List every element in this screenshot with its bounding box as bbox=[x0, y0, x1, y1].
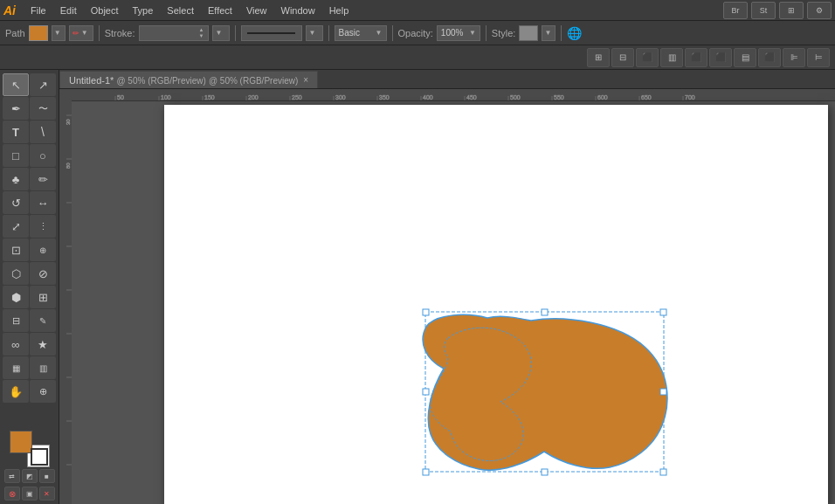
tool-row-14: ✋ ⊕ bbox=[3, 380, 56, 403]
distribute-h-btn[interactable]: ⊫ bbox=[783, 48, 805, 67]
pattern-btn[interactable]: ✕ bbox=[39, 487, 55, 501]
column-graph-tool[interactable]: ▥ bbox=[30, 356, 56, 379]
style-dropdown[interactable]: ▼ bbox=[542, 25, 556, 41]
stock-icon-btn[interactable]: St bbox=[751, 2, 776, 19]
arrange-btn2[interactable]: ⊟ bbox=[611, 48, 634, 67]
rotate-tool[interactable]: ↺ bbox=[3, 191, 29, 214]
default-colors-btn[interactable]: ◩ bbox=[22, 469, 38, 483]
toolbar: Path ▼ ✏ ▼ Stroke: ▲ ▼ ▼ ▼ Basic ▼ Opaci… bbox=[0, 21, 835, 45]
stroke-unit-dropdown[interactable]: ▼ bbox=[212, 25, 230, 41]
curvature-tool[interactable]: 〜 bbox=[30, 97, 56, 120]
pencil-tool[interactable]: ✏ bbox=[30, 168, 56, 190]
stroke-down[interactable]: ▼ bbox=[199, 33, 204, 39]
menu-effect[interactable]: Effect bbox=[202, 3, 238, 17]
tab-close-btn[interactable]: × bbox=[303, 75, 308, 85]
pen-tool[interactable]: ✒ bbox=[3, 97, 29, 120]
hand-tool[interactable]: ✋ bbox=[3, 380, 29, 403]
main-area: ↖ ↗ ✒ 〜 T \ □ ○ ♣ ✏ ↺ ↔ ⤢ ⋮ ⊡ ⊕ bbox=[0, 70, 835, 504]
stroke-type-dropdown[interactable]: ✏ ▼ bbox=[69, 25, 93, 41]
basic-label: Basic bbox=[339, 28, 360, 38]
menu-select[interactable]: Select bbox=[161, 3, 200, 17]
menu-bar: Ai File Edit Object Type Select Effect V… bbox=[0, 0, 835, 21]
canvas-content[interactable]: 50 100 150 200 250 300 350 400 450 500 5… bbox=[59, 89, 835, 504]
menu-edit[interactable]: Edit bbox=[54, 3, 83, 17]
stroke-line-sample[interactable] bbox=[241, 25, 302, 41]
menu-view[interactable]: View bbox=[240, 3, 273, 17]
fg-color-box[interactable] bbox=[10, 431, 32, 453]
align-middle-v-btn[interactable]: ▤ bbox=[734, 48, 756, 67]
menu-file[interactable]: File bbox=[24, 3, 52, 17]
web-icon[interactable]: 🌐 bbox=[567, 26, 582, 40]
ruler-vertical: 30 80 bbox=[59, 89, 72, 504]
live-paint-tool[interactable]: ⬢ bbox=[3, 286, 29, 308]
arrange-btn1[interactable]: ⊞ bbox=[587, 48, 610, 67]
workspace-icon-btn[interactable]: ⊞ bbox=[779, 2, 804, 19]
rect-tool[interactable]: □ bbox=[3, 144, 29, 167]
stroke-label: Stroke: bbox=[105, 28, 135, 38]
stroke-line-dropdown[interactable]: ▼ bbox=[306, 25, 323, 41]
direct-selection-tool[interactable]: ↗ bbox=[30, 73, 56, 96]
puppet-warp-tool[interactable]: ⊕ bbox=[30, 238, 56, 261]
shape-builder-tool[interactable]: ⊘ bbox=[30, 262, 56, 285]
graph-tool[interactable]: ▦ bbox=[3, 356, 29, 379]
ellipse-tool[interactable]: ○ bbox=[30, 144, 56, 167]
tab-subtitle-detail: @ 50% (RGB/Preview) bbox=[209, 76, 298, 86]
swap-colors-btn[interactable]: ⇄ bbox=[4, 469, 20, 483]
blend-tool[interactable]: ∞ bbox=[3, 333, 29, 356]
selection-tool[interactable]: ↖ bbox=[3, 73, 29, 96]
symbol-sprayer-tool[interactable]: ★ bbox=[30, 333, 56, 356]
menu-window[interactable]: Window bbox=[275, 3, 321, 17]
color-mode-btn[interactable]: ■ bbox=[39, 469, 55, 483]
bridge-icon-btn[interactable]: Br bbox=[723, 2, 748, 19]
canvas-area: Untitled-1* @ 50% (RGB/Preview) @ 50% (R… bbox=[59, 70, 835, 504]
artboard-tool[interactable]: ⊞ bbox=[30, 286, 56, 308]
style-color-box[interactable] bbox=[519, 25, 538, 41]
line-tool[interactable]: \ bbox=[30, 121, 56, 143]
slice-tool[interactable]: ⊟ bbox=[3, 309, 29, 332]
reflect-tool[interactable]: ↔ bbox=[30, 191, 56, 214]
tab-title-text: Untitled-1* bbox=[69, 75, 114, 86]
path-label: Path bbox=[5, 28, 25, 38]
stroke-arrows[interactable]: ▲ ▼ bbox=[199, 27, 204, 39]
opacity-input[interactable]: 100% ▼ bbox=[437, 25, 480, 41]
stroke-input[interactable]: ▲ ▼ bbox=[139, 25, 209, 41]
distribute-v-btn[interactable]: ⊨ bbox=[807, 48, 830, 67]
align-right-btn[interactable]: ⬛ bbox=[685, 48, 707, 67]
opacity-label: Opacity: bbox=[398, 28, 433, 38]
sep5 bbox=[486, 25, 487, 41]
paintbrush-tool[interactable]: ♣ bbox=[3, 168, 29, 190]
none-color-btn[interactable]: ⊗ bbox=[4, 487, 20, 501]
warp-tool[interactable]: ⋮ bbox=[30, 215, 56, 238]
align-left-btn[interactable]: ⬛ bbox=[636, 48, 659, 67]
svg-text:550: 550 bbox=[554, 94, 564, 100]
top-right-icons: Br St ⊞ ⚙ bbox=[723, 2, 832, 19]
align-top-btn[interactable]: ⬛ bbox=[709, 48, 732, 67]
tool-row-9: ⬡ ⊘ bbox=[3, 262, 56, 285]
type-tool[interactable]: T bbox=[3, 121, 29, 143]
gradient-btn[interactable]: ▣ bbox=[22, 487, 38, 501]
menu-object[interactable]: Object bbox=[85, 3, 125, 17]
opacity-value: 100% bbox=[441, 28, 464, 38]
tool-row-7: ⤢ ⋮ bbox=[3, 215, 56, 238]
perspective-tool[interactable]: ⬡ bbox=[3, 262, 29, 285]
scale-tool[interactable]: ⤢ bbox=[3, 215, 29, 238]
svg-text:450: 450 bbox=[466, 94, 477, 100]
menu-type[interactable]: Type bbox=[127, 3, 160, 17]
sep3 bbox=[328, 25, 329, 41]
svg-text:600: 600 bbox=[597, 94, 608, 100]
fill-color-box[interactable] bbox=[29, 25, 48, 41]
broadcast-icon-btn[interactable]: ⚙ bbox=[807, 2, 832, 19]
basic-dropdown[interactable]: Basic ▼ bbox=[335, 25, 387, 41]
free-transform-tool[interactable]: ⊡ bbox=[3, 238, 29, 261]
stroke-up[interactable]: ▲ bbox=[199, 27, 204, 33]
menu-help[interactable]: Help bbox=[323, 3, 355, 17]
align-bottom-btn[interactable]: ⬛ bbox=[758, 48, 781, 67]
document-tab[interactable]: Untitled-1* @ 50% (RGB/Preview) @ 50% (R… bbox=[59, 71, 318, 88]
tab-bar: Untitled-1* @ 50% (RGB/Preview) @ 50% (R… bbox=[59, 70, 835, 89]
tool-row-4: □ ○ bbox=[3, 144, 56, 167]
fill-dropdown[interactable]: ▼ bbox=[52, 25, 66, 41]
svg-text:150: 150 bbox=[204, 94, 215, 100]
eyedropper-tool[interactable]: ✎ bbox=[30, 309, 56, 332]
zoom-tool[interactable]: ⊕ bbox=[30, 380, 56, 403]
align-center-h-btn[interactable]: ▥ bbox=[660, 48, 683, 67]
